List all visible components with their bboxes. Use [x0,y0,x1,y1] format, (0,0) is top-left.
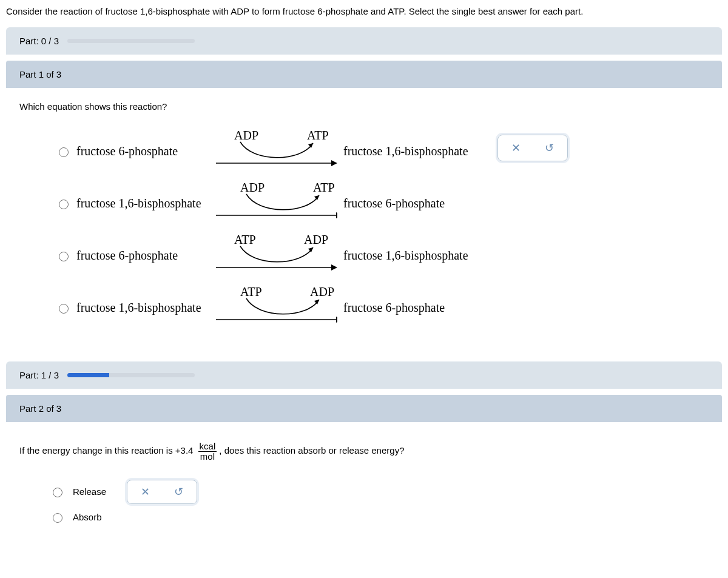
svg-text:ADP: ADP [310,286,334,298]
energy-choices: Release ✕ ↺ Absorb [50,480,709,523]
choice-release-label: Release [73,486,106,497]
reaction-arrow: ADP ATP [216,182,337,224]
reaction-arrow: ATP ADP [216,286,337,329]
reaction-arrow: ADP ATP [216,130,337,172]
choice-absorb-label: Absorb [73,512,102,522]
reactant-right: fructose 1,6-bisphosphate [337,249,495,263]
fraction-num: kcal [198,442,217,452]
radio-absorb[interactable] [53,513,62,523]
reactant-left: fructose 6-phosphate [76,144,216,158]
progress-track [67,39,195,43]
q-text-b: , does this reaction absorb or release e… [219,445,404,455]
svg-text:ADP: ADP [304,234,328,246]
svg-text:ATP: ATP [313,182,335,194]
equation-option[interactable]: fructose 6-phosphate ATP ADP fructose 1,… [50,229,709,281]
equation-option[interactable]: fructose 6-phosphate ADP ATP fructose 1,… [50,125,709,177]
svg-marker-2 [331,160,337,166]
q-text-a: If the energy change in this reaction is… [19,445,193,455]
reactant-right: fructose 6-phosphate [337,197,495,210]
svg-marker-12 [331,264,337,271]
part1-question: Which equation shows this reaction? [19,101,709,112]
svg-marker-17 [336,317,337,323]
cofactor-in-label: ADP [234,130,258,142]
svg-text:ADP: ADP [240,182,265,194]
progress-label: Part: 1 / 3 [19,370,59,380]
equation-option[interactable]: fructose 1,6-bisphosphate ATP ADP fructo… [50,281,709,334]
part1-header: Part 1 of 3 [6,61,722,88]
fraction-den: mol [199,452,216,462]
reaction-arrow: ATP ADP [216,234,337,277]
answer-controls-2: ✕ ↺ [127,480,197,504]
equation-options: fructose 6-phosphate ADP ATP fructose 1,… [50,125,709,334]
progress-track [67,373,195,377]
reactant-right: fructose 6-phosphate [337,301,495,315]
reactant-left: fructose 6-phosphate [76,249,216,263]
svg-marker-15 [314,300,319,304]
radio-option-2[interactable] [59,200,69,209]
fraction: kcal mol [198,442,217,462]
cofactor-out-label: ATP [307,130,329,142]
svg-marker-7 [336,212,337,218]
question-intro: Consider the reaction of fructose 1,6-bi… [0,0,728,27]
reactant-right: fructose 1,6-bisphosphate [337,144,495,158]
undo-button[interactable]: ↺ [545,141,554,155]
answer-controls: ✕ ↺ [497,135,568,161]
undo-button[interactable]: ↺ [174,485,183,499]
choice-absorb-row[interactable]: Absorb [50,511,709,523]
part2-content: If the energy change in this reaction is… [6,422,722,548]
svg-marker-10 [308,247,313,252]
part-progress-1: Part: 1 / 3 [6,361,722,389]
progress-label: Part: 0 / 3 [19,36,59,46]
radio-option-4[interactable] [59,304,69,314]
part1-content: Which equation shows this reaction? fruc… [6,88,722,352]
part2-header: Part 2 of 3 [6,395,722,422]
equation-option[interactable]: fructose 1,6-bisphosphate ADP ATP fructo… [50,177,709,229]
svg-marker-0 [308,143,313,148]
svg-text:ATP: ATP [240,286,262,298]
reactant-left: fructose 1,6-bisphosphate [76,301,216,315]
svg-marker-5 [314,195,319,200]
choice-release-row[interactable]: Release ✕ ↺ [50,480,709,504]
radio-option-3[interactable] [59,252,69,261]
svg-text:ATP: ATP [234,234,256,246]
clear-button[interactable]: ✕ [141,485,150,499]
radio-release[interactable] [53,488,62,497]
clear-button[interactable]: ✕ [511,141,521,155]
part2-question: If the energy change in this reaction is… [19,442,709,462]
part-progress-0: Part: 0 / 3 [6,27,722,55]
radio-option-1[interactable] [59,147,69,157]
reactant-left: fructose 1,6-bisphosphate [76,197,216,210]
